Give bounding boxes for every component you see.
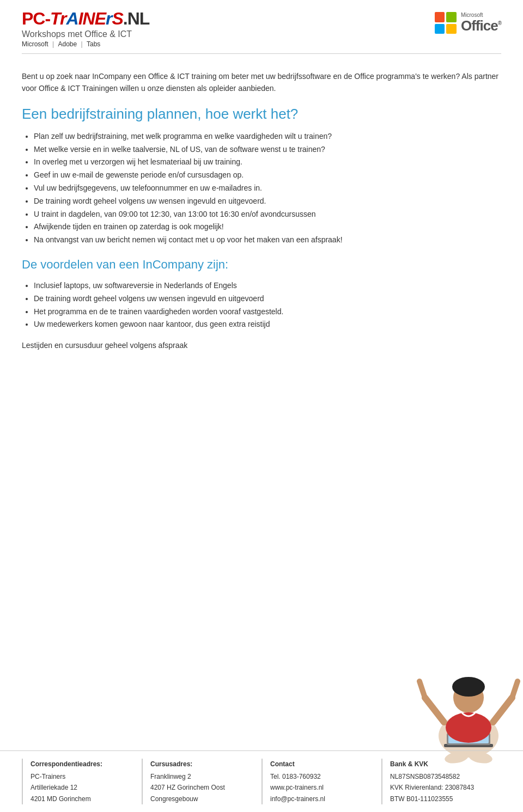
- footer-col3-title: Contact: [270, 759, 376, 770]
- nav-sep2: |: [81, 40, 84, 48]
- footer-col4-line2: KVK Rivierenland: 23087843: [390, 782, 496, 793]
- section1-heading: Een bedrijfstraining plannen, hoe werkt …: [22, 106, 501, 123]
- office-label: Office®: [461, 18, 501, 34]
- nav-tabs[interactable]: Tabs: [87, 40, 100, 48]
- footer-col1-line3: 4201 MD Gorinchem: [31, 793, 136, 804]
- svg-line-4: [419, 681, 425, 698]
- list-item: Geef in uw e-mail de gewenste periode en…: [34, 169, 501, 182]
- footer-col-contact: Contact Tel. 0183-760932 www.pc-trainers…: [262, 759, 376, 804]
- logo-a: A: [66, 9, 78, 28]
- footer-col2-line1: Franklinweg 2: [150, 771, 256, 782]
- logo-tr: Tr: [50, 9, 66, 28]
- main-content: Bent u op zoek naar InCompany een Office…: [0, 65, 523, 350]
- office-sq-green: [446, 12, 457, 22]
- footer-col-cursus: Cursusadres: Franklinweg 2 4207 HZ Gorin…: [142, 759, 256, 804]
- office-logo: Microsoft Office®: [435, 12, 501, 34]
- list-item: Met welke versie en in welke taalversie,…: [34, 143, 501, 156]
- logo-left: PC-TrAINErS.NL Workshops met Office & IC…: [22, 10, 149, 48]
- logo-subtitle: Workshops met Office & ICT: [22, 29, 149, 39]
- list-item: U traint in dagdelen, van 09:00 tot 12:3…: [34, 208, 501, 221]
- footer: Correspondentieadres: PC-Trainers Artill…: [0, 750, 523, 812]
- office-text-wrap: Microsoft Office®: [461, 12, 501, 34]
- list-item: Afwijkende tijden en trainen op zaterdag…: [34, 221, 501, 234]
- office-icon-grid: [435, 12, 457, 34]
- list-item: Plan zelf uw bedrijfstraining, met welk …: [34, 130, 501, 143]
- nav-adobe[interactable]: Adobe: [58, 40, 77, 48]
- footer-col2-line2: 4207 HZ Gorinchem Oost: [150, 782, 256, 793]
- list-item: Vul uw bedrijfsgegevens, uw telefoonnumm…: [34, 182, 501, 195]
- section2-heading: De voordelen van een InCompany zijn:: [22, 258, 501, 272]
- list-item: De training wordt geheel volgens uw wens…: [34, 195, 501, 208]
- person-silhouette-svg: [414, 627, 523, 768]
- svg-point-2: [452, 677, 485, 697]
- footer-col1-line1: PC-Trainers: [31, 771, 136, 782]
- logo-r2: r: [106, 9, 112, 28]
- logo-nav-links: Microsoft | Adobe | Tabs: [22, 40, 149, 48]
- list-item: In overleg met u verzorgen wij het lesma…: [34, 156, 501, 169]
- logo-pc-part: PC-: [22, 9, 50, 28]
- footer-col2-title: Cursusadres:: [150, 759, 256, 770]
- footer-col1-line2: Artilleriekade 12: [31, 782, 136, 793]
- list-item: Uw medewerkers komen gewoon naar kantoor…: [34, 318, 501, 331]
- header: PC-TrAINErS.NL Workshops met Office & IC…: [0, 0, 523, 53]
- svg-line-6: [512, 681, 518, 698]
- footer-col3-line3: info@pc-trainers.nl: [270, 793, 376, 804]
- footer-col1-title: Correspondentieadres:: [31, 759, 136, 770]
- list-item: De training wordt geheel volgens uw wens…: [34, 292, 501, 306]
- intro-paragraph: Bent u op zoek naar InCompany een Office…: [22, 70, 501, 95]
- office-registered: ®: [498, 21, 501, 27]
- nav-microsoft[interactable]: Microsoft: [22, 40, 48, 48]
- footer-col2-line3: Congresgebouw: [150, 793, 256, 804]
- logo-nl: .NL: [123, 9, 150, 28]
- list-item: Inclusief laptops, uw softwareversie in …: [34, 279, 501, 292]
- footer-col3-line1: Tel. 0183-760932: [270, 771, 376, 782]
- office-sq-yellow: [446, 24, 457, 34]
- person-image: [414, 627, 523, 768]
- section2-bullet-list: Inclusief laptops, uw softwareversie in …: [22, 279, 501, 331]
- office-sq-red: [435, 12, 445, 22]
- footer-col3-line2: www.pc-trainers.nl: [270, 782, 376, 793]
- logo-ine: INE: [78, 9, 106, 28]
- logo-text: PC-TrAINErS.NL: [22, 10, 149, 27]
- header-divider: [22, 53, 501, 54]
- footer-col-address: Correspondentieadres: PC-Trainers Artill…: [22, 759, 136, 804]
- svg-line-5: [493, 698, 512, 722]
- list-item: Het programma en de te trainen vaardighe…: [34, 306, 501, 319]
- svg-line-3: [425, 698, 444, 722]
- footer-col-bank: Bank & KVK NL87SNSB0873548582 KVK Rivier…: [381, 759, 496, 804]
- logo-s: S: [112, 9, 123, 28]
- list-item: Na ontvangst van uw bericht nemen wij co…: [34, 234, 501, 247]
- nav-sep1: |: [52, 40, 56, 48]
- footer-col4-line1: NL87SNSB0873548582: [390, 771, 496, 782]
- footer-col4-title: Bank & KVK: [390, 759, 496, 770]
- footer-col4-line3: BTW B01-111023555: [390, 793, 496, 804]
- section1-bullet-list: Plan zelf uw bedrijfstraining, met welk …: [22, 130, 501, 247]
- office-sq-blue: [435, 24, 445, 34]
- closing-text: Lestijden en cursusduur geheel volgens a…: [22, 341, 501, 350]
